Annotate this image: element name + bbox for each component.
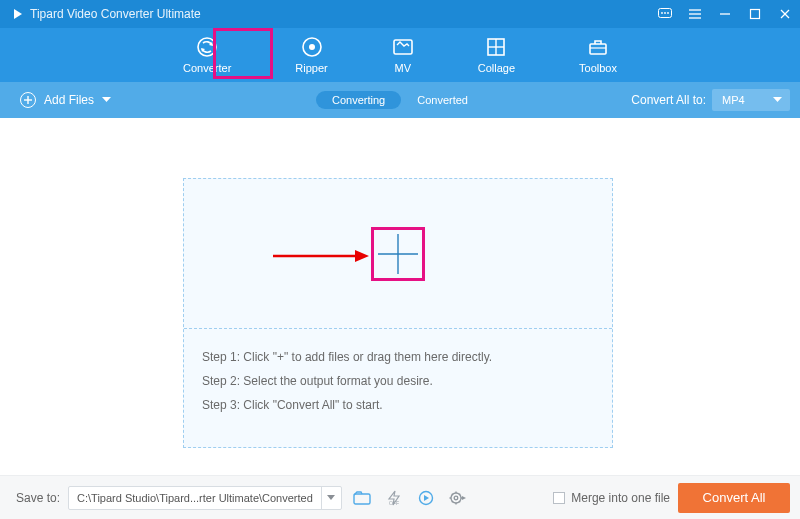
high-speed-button[interactable]: [414, 486, 438, 510]
app-logo-icon: [10, 7, 24, 21]
save-path-box: C:\Tipard Studio\Tipard...rter Ultimate\…: [68, 486, 342, 510]
svg-rect-32: [354, 494, 370, 504]
convert-all-button[interactable]: Convert All: [678, 483, 790, 513]
merge-label: Merge into one file: [571, 491, 670, 505]
svg-line-46: [459, 493, 460, 494]
ripper-icon: [301, 36, 323, 58]
app-title: Tipard Video Converter Ultimate: [30, 7, 201, 21]
open-folder-button[interactable]: [350, 486, 374, 510]
close-button[interactable]: [778, 7, 792, 21]
tab-toolbox-label: Toolbox: [579, 62, 617, 74]
merge-into-one-file-checkbox[interactable]: Merge into one file: [553, 491, 670, 505]
hardware-accel-button[interactable]: OFF: [382, 486, 406, 510]
svg-marker-0: [14, 9, 22, 19]
svg-rect-9: [751, 10, 760, 19]
svg-point-16: [309, 44, 315, 50]
subtab-converted-label: Converted: [417, 94, 468, 106]
add-files-plus-button[interactable]: [375, 231, 421, 277]
tab-ripper[interactable]: Ripper: [287, 32, 335, 78]
svg-point-2: [661, 12, 663, 14]
step3-text: Step 3: Click "Convert All" to start.: [202, 393, 594, 417]
bottom-bar: Save to: C:\Tipard Studio\Tipard...rter …: [0, 475, 800, 519]
checkbox-icon: [553, 492, 565, 504]
add-files-button[interactable]: Add Files: [0, 92, 111, 108]
svg-line-43: [452, 493, 453, 494]
save-to-label: Save to:: [16, 491, 60, 505]
svg-marker-26: [773, 97, 782, 102]
svg-line-45: [452, 501, 453, 502]
sub-toolbar: Add Files Converting Converted Convert A…: [0, 82, 800, 118]
output-format-value: MP4: [722, 94, 745, 106]
chevron-down-icon: [102, 97, 111, 103]
subtab-converting[interactable]: Converting: [316, 91, 401, 109]
dropzone[interactable]: Step 1: Click "+" to add files or drag t…: [183, 178, 613, 448]
settings-button[interactable]: [446, 486, 470, 510]
mv-icon: [392, 36, 414, 58]
chevron-down-icon: [773, 97, 782, 103]
subtabs: Converting Converted: [316, 91, 484, 109]
dropzone-steps: Step 1: Click "+" to add files or drag t…: [184, 329, 612, 433]
tab-ripper-label: Ripper: [295, 62, 327, 74]
svg-marker-47: [462, 496, 466, 500]
svg-marker-25: [102, 97, 111, 102]
tab-converter[interactable]: Converter: [175, 32, 239, 78]
toolbox-icon: [587, 36, 609, 58]
convert-all-to-label: Convert All to:: [631, 93, 706, 107]
add-files-label: Add Files: [44, 93, 94, 107]
maximize-button[interactable]: [748, 7, 762, 21]
svg-point-3: [664, 12, 666, 14]
step2-text: Step 2: Select the output format you des…: [202, 369, 594, 393]
dropzone-add-area[interactable]: [184, 179, 612, 329]
titlebar: Tipard Video Converter Ultimate: [0, 0, 800, 28]
svg-line-44: [459, 501, 460, 502]
output-format-dropdown[interactable]: MP4: [712, 89, 790, 111]
tab-mv[interactable]: MV: [384, 32, 422, 78]
tab-converter-label: Converter: [183, 62, 231, 74]
main-tabstrip: Converter Ripper MV Collage Toolbox: [0, 28, 800, 82]
step1-text: Step 1: Click "+" to add files or drag t…: [202, 345, 594, 369]
converter-icon: [196, 36, 218, 58]
svg-rect-17: [394, 40, 412, 54]
collage-icon: [485, 36, 507, 58]
main-area: Step 1: Click "+" to add files or drag t…: [0, 118, 800, 475]
svg-point-4: [667, 12, 669, 14]
svg-marker-31: [327, 495, 335, 500]
tab-collage-label: Collage: [478, 62, 515, 74]
subtab-converting-label: Converting: [332, 94, 385, 106]
tab-toolbox[interactable]: Toolbox: [571, 32, 625, 78]
svg-rect-21: [590, 44, 606, 54]
svg-point-12: [198, 38, 216, 56]
plus-circle-icon: [20, 92, 36, 108]
tab-collage[interactable]: Collage: [470, 32, 523, 78]
convert-all-button-label: Convert All: [703, 490, 766, 505]
svg-text:OFF: OFF: [389, 500, 399, 506]
save-path-dropdown[interactable]: [321, 487, 341, 509]
feedback-icon[interactable]: [658, 7, 672, 21]
minimize-button[interactable]: [718, 7, 732, 21]
menu-icon[interactable]: [688, 7, 702, 21]
save-path-field[interactable]: C:\Tipard Studio\Tipard...rter Ultimate\…: [69, 492, 321, 504]
svg-point-38: [454, 496, 458, 500]
subtab-converted[interactable]: Converted: [401, 91, 484, 109]
svg-marker-36: [424, 495, 429, 501]
tab-mv-label: MV: [394, 62, 411, 74]
